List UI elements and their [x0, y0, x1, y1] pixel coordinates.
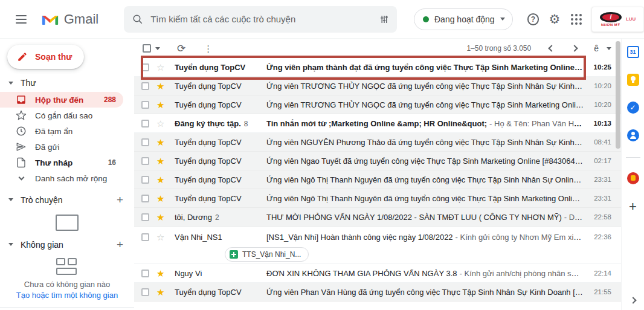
star-icon[interactable]: ★: [156, 138, 167, 147]
panel-divider: [626, 157, 640, 158]
search-bar[interactable]: [124, 6, 397, 33]
search-icon: [132, 14, 143, 25]
row-checkbox[interactable]: [141, 270, 149, 277]
calendar-day-label: 31: [630, 49, 636, 55]
status-dropdown[interactable]: Đang hoạt động: [414, 8, 513, 30]
row-checkbox[interactable]: [141, 288, 149, 296]
sidebar-section-spaces[interactable]: Không gian +: [0, 231, 134, 254]
older-page-icon[interactable]: [572, 45, 578, 51]
star-icon[interactable]: ★: [156, 175, 167, 184]
calendar-icon[interactable]: 31: [627, 46, 639, 58]
draft-file-icon: [16, 157, 27, 168]
refresh-icon[interactable]: ⟳: [177, 44, 185, 54]
email-row[interactable]: ★ Tuyển dụng TopCV Ứng viên Phan Văn Hùn…: [134, 283, 621, 302]
section-caret-icon: [8, 243, 13, 246]
addon-icon[interactable]: [627, 172, 639, 184]
sidebar-item-more[interactable]: Danh sách mở rộng: [0, 170, 123, 186]
sidebar-item-inbox[interactable]: Hộp thư đến 288: [0, 92, 123, 108]
email-row[interactable]: ★ tôi, Dương2 THƯ MỜI PHỎNG VẤN NGÀY 1/0…: [134, 208, 621, 227]
row-checkbox[interactable]: [141, 176, 149, 184]
row-checkbox[interactable]: [141, 233, 149, 241]
account-avatar[interactable]: f NHƠN MỸ LUU: [591, 7, 644, 32]
list-scrollbar[interactable]: [616, 41, 620, 149]
email-sender: Tuyển dụng TopCV: [175, 82, 266, 91]
clock-icon: [16, 126, 27, 137]
create-space-link[interactable]: Tạo hoặc tìm một không gian: [0, 291, 134, 300]
email-row[interactable]: ☆ Tuyển dụng TopCV Ứng viên phạm thành đ…: [134, 58, 621, 77]
newer-page-icon[interactable]: [549, 45, 555, 51]
top-bar: Gmail Đang hoạt động ? ⚙ f NHƠN MỸ LUU: [0, 0, 644, 39]
star-icon[interactable]: ★: [156, 157, 167, 166]
keep-icon[interactable]: [627, 74, 639, 86]
row-checkbox[interactable]: [141, 195, 149, 202]
email-subject: Tin nhắn mới từ ;Marketing Online &amp; …: [266, 119, 584, 128]
email-row[interactable]: ★ Tuyển dụng TopCV Ứng viên NGUYÊN Phươn…: [134, 133, 621, 152]
star-icon[interactable]: ★: [156, 194, 167, 203]
collapse-panel-chevron-icon[interactable]: [630, 297, 636, 303]
add-chat-icon[interactable]: +: [117, 194, 123, 205]
sidebar-item-label: Đã tạm ẩn: [35, 127, 72, 136]
sidebar-item-label: Có gắn dấu sao: [35, 111, 92, 120]
row-checkbox[interactable]: [141, 213, 149, 221]
list-toolbar: ⟳ ⋮ 1–50 trong số 3.050 ê: [134, 39, 621, 58]
more-options-icon[interactable]: ⋮: [204, 44, 213, 53]
sidebar-item-label: Danh sách mở rộng: [35, 174, 107, 183]
star-icon[interactable]: ★: [156, 100, 167, 109]
email-subject: Ứng viên Phan Văn Hùng đã ứng tuyển công…: [266, 288, 584, 297]
sidebar-item-starred[interactable]: Có gắn dấu sao: [0, 108, 123, 123]
email-row[interactable]: ★ Nguy Vi ĐƠN XIN KHÔNG THAM GIA PHỎNG V…: [134, 264, 621, 283]
select-all-checkbox[interactable]: [143, 44, 151, 53]
star-icon[interactable]: ☆: [156, 233, 167, 242]
email-row[interactable]: ★ Tuyển dụng TopCV Ứng viên Ngô Thị Than…: [134, 170, 621, 189]
gmail-logo[interactable]: Gmail: [41, 11, 98, 27]
email-subject: Ứng viên TRƯƠNG THỦY NGỌC đã ứng tuyển c…: [266, 82, 584, 91]
row-checkbox[interactable]: [141, 82, 149, 90]
sidebar-item-sent[interactable]: Đã gửi: [0, 139, 123, 155]
hamburger-menu-icon[interactable]: [16, 15, 27, 24]
sidebar-section-chat[interactable]: Trò chuyện +: [0, 186, 134, 210]
email-row[interactable]: ★ Tuyển dụng TopCV Ứng viên Ngao Tuyết đ…: [134, 152, 621, 170]
sidebar-item-label: Hộp thư đến: [35, 95, 83, 105]
tasks-icon[interactable]: ✓: [627, 102, 639, 114]
attachment-chip[interactable]: TTS_Vận Nhi_N...: [225, 247, 309, 262]
row-checkbox[interactable]: [141, 120, 149, 128]
row-checkbox[interactable]: [141, 157, 149, 165]
star-icon[interactable]: ☆: [156, 119, 167, 128]
row-checkbox[interactable]: [141, 138, 149, 146]
settings-gear-icon[interactable]: ⚙: [549, 13, 560, 25]
add-space-icon[interactable]: +: [117, 239, 123, 250]
plus-glyph: +: [629, 199, 637, 214]
sidebar-item-drafts[interactable]: Thư nháp 16: [0, 155, 123, 170]
row-checkbox[interactable]: [141, 101, 149, 109]
row-checkbox[interactable]: [141, 63, 149, 71]
star-icon[interactable]: ★: [156, 213, 167, 222]
google-apps-grid-icon[interactable]: [571, 14, 582, 25]
star-icon[interactable]: ★: [156, 288, 167, 297]
get-addons-plus-icon[interactable]: +: [629, 200, 637, 213]
email-row[interactable]: ☆ Vận Nhi_NS1 [NS1_Vận Nhi] Hoàn thành c…: [134, 227, 621, 264]
contacts-icon[interactable]: [627, 129, 639, 141]
email-time: 23:31: [584, 176, 611, 183]
compose-button[interactable]: Soạn thư: [7, 45, 84, 69]
email-row[interactable]: ★ Tuyển dụng TopCV Ứng viên TRƯƠNG THỦY …: [134, 77, 621, 95]
help-icon[interactable]: ?: [527, 13, 539, 25]
select-dropdown-caret-icon[interactable]: [155, 47, 160, 50]
gmail-m-icon: [41, 12, 59, 26]
search-filter-icon[interactable]: [379, 14, 390, 25]
search-input[interactable]: [150, 14, 379, 24]
email-row[interactable]: ☆ Đăng ký thực tập.8 Tin nhắn mới từ ;Ma…: [134, 114, 621, 133]
sidebar-section-mail[interactable]: Thư: [0, 70, 134, 92]
star-icon[interactable]: ★: [156, 82, 167, 91]
email-time: 22:36: [584, 233, 611, 241]
email-sender: Tuyển dụng TopCV: [175, 157, 266, 166]
sidebar-section-meet[interactable]: Họp: [0, 308, 134, 310]
sidebar-item-snoozed[interactable]: Đã tạm ẩn: [0, 123, 123, 139]
input-tool-glyph: ê: [594, 44, 599, 53]
star-icon[interactable]: ★: [156, 269, 167, 278]
section-label: Trò chuyện: [21, 195, 63, 205]
email-row[interactable]: ★ Tuyển dụng TopCV Ứng viên Ngô Thị Than…: [134, 189, 621, 208]
input-tools-dropdown[interactable]: ê: [594, 44, 611, 53]
attachment-name: TTS_Vận Nhi_N...: [242, 250, 301, 259]
star-icon[interactable]: ☆: [156, 63, 167, 72]
email-row[interactable]: ★ Tuyển dụng TopCV Ứng viên TRƯƠNG THỦY …: [134, 95, 621, 114]
